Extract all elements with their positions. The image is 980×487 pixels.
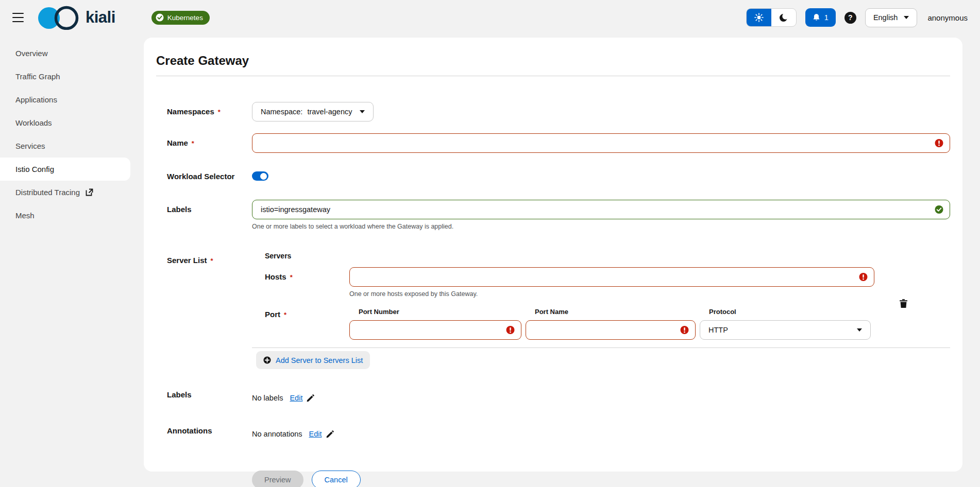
protocol-header: Protocol	[700, 308, 736, 316]
cancel-button[interactable]: Cancel	[312, 471, 361, 487]
kubernetes-badge-label: Kubernetes	[167, 14, 203, 22]
add-server-button-label: Add Server to Servers List	[276, 356, 363, 364]
add-server-button[interactable]: Add Server to Servers List	[256, 351, 370, 369]
workload-selector-toggle[interactable]	[252, 171, 268, 181]
create-gateway-form: Namespaces* Namespace: travel-agency Nam…	[156, 102, 950, 487]
protocol-select[interactable]: HTTP	[700, 320, 871, 340]
metadata-labels-value: No labels	[252, 394, 283, 402]
plus-circle-icon	[263, 356, 271, 364]
theme-toggle	[746, 8, 797, 27]
port-name-input[interactable]	[526, 320, 696, 340]
hosts-label: Hosts*	[252, 267, 349, 298]
sidebar-item-mesh[interactable]: Mesh	[0, 204, 130, 227]
sidebar-item-overview[interactable]: Overview	[0, 42, 130, 65]
namespace-dropdown-value: travel-agency	[307, 108, 352, 116]
notification-count: 1	[824, 13, 829, 22]
server-list-label: Server List*	[167, 251, 252, 369]
sidebar-item-workloads[interactable]: Workloads	[0, 111, 130, 134]
servers-heading: Servers	[252, 252, 950, 260]
exclamation-circle-icon	[680, 326, 689, 335]
exclamation-circle-icon	[935, 139, 943, 148]
caret-down-icon	[360, 110, 365, 113]
light-theme-button[interactable]	[747, 9, 771, 26]
required-marker: *	[218, 108, 221, 116]
check-circle-icon	[935, 205, 943, 214]
sidebar: Overview Traffic Graph Applications Work…	[0, 35, 144, 487]
sidebar-item-traffic-graph[interactable]: Traffic Graph	[0, 65, 130, 88]
sun-icon	[754, 13, 764, 22]
exclamation-circle-icon	[859, 273, 868, 282]
pencil-icon[interactable]	[307, 394, 314, 402]
workload-selector-label: Workload Selector	[167, 167, 252, 186]
language-select-value: English	[873, 13, 898, 22]
labels-helper-text: One or more labels to select a workload …	[252, 223, 950, 230]
namespaces-label: Namespaces*	[167, 102, 252, 121]
annotations-value: No annotations	[252, 430, 302, 438]
check-circle-icon	[156, 13, 164, 22]
brand-text: kiali	[86, 8, 115, 27]
kubernetes-badge: Kubernetes	[151, 11, 210, 25]
sidebar-item-istio-config[interactable]: Istio Config	[0, 158, 130, 181]
required-marker: *	[192, 140, 194, 147]
edit-annotations-link[interactable]: Edit	[309, 430, 322, 438]
namespace-dropdown[interactable]: Namespace: travel-agency	[252, 102, 374, 121]
page-layout: Overview Traffic Graph Applications Work…	[0, 35, 980, 487]
port-number-header: Port Number	[349, 308, 526, 316]
caret-down-icon	[904, 16, 909, 19]
server-section-divider	[252, 347, 950, 348]
hamburger-icon[interactable]	[11, 11, 25, 24]
username: anonymous	[927, 13, 968, 22]
required-marker: *	[290, 273, 293, 281]
hosts-helper-text: One or more hosts exposed by this Gatewa…	[349, 290, 950, 298]
caret-down-icon	[857, 328, 862, 332]
bell-icon	[813, 13, 820, 22]
name-label: Name*	[167, 133, 252, 153]
protocol-select-value: HTTP	[708, 326, 728, 334]
delete-server-button[interactable]	[898, 298, 909, 309]
exclamation-circle-icon	[506, 326, 515, 335]
sidebar-item-services[interactable]: Services	[0, 134, 130, 158]
port-name-header: Port Name	[526, 308, 700, 316]
labels-input[interactable]	[252, 200, 950, 219]
annotations-label: Annotations	[167, 421, 252, 442]
help-button[interactable]: ?	[844, 12, 856, 24]
main-content: Create Gateway Namespaces* Namespace: tr…	[144, 35, 980, 487]
edit-labels-link[interactable]: Edit	[290, 394, 302, 402]
namespace-dropdown-prefix: Namespace:	[261, 108, 302, 116]
create-gateway-card: Create Gateway Namespaces* Namespace: tr…	[144, 38, 962, 472]
page-title: Create Gateway	[156, 54, 950, 68]
language-select[interactable]: English	[865, 8, 918, 27]
trash-icon	[899, 299, 908, 308]
question-circle-icon: ?	[848, 13, 853, 22]
sidebar-item-distributed-tracing[interactable]: Distributed Tracing	[0, 181, 130, 204]
port-number-input[interactable]	[349, 320, 521, 340]
notifications-button[interactable]: 1	[805, 8, 836, 27]
dark-theme-button[interactable]	[771, 9, 796, 26]
kiali-logo[interactable]: kiali	[37, 5, 115, 30]
labels-label: Labels	[167, 200, 252, 230]
sidebar-item-applications[interactable]: Applications	[0, 88, 130, 111]
kiali-logo-icon	[37, 5, 81, 30]
servers-panel: Servers Hosts*	[252, 251, 950, 369]
title-divider	[156, 76, 950, 76]
metadata-labels-label: Labels	[167, 385, 252, 406]
masthead: kiali Kubernetes	[0, 0, 980, 35]
name-input[interactable]	[252, 133, 950, 153]
required-marker: *	[284, 311, 286, 319]
moon-icon	[779, 13, 788, 23]
external-link-icon	[86, 188, 93, 196]
hosts-input[interactable]	[349, 267, 874, 287]
toggle-knob	[260, 173, 267, 180]
required-marker: *	[211, 257, 213, 265]
masthead-toolbar: 1 ? English anonymous	[746, 8, 968, 27]
preview-button[interactable]: Preview	[252, 471, 303, 487]
pencil-icon[interactable]	[326, 430, 334, 438]
port-label: Port*	[252, 305, 349, 340]
